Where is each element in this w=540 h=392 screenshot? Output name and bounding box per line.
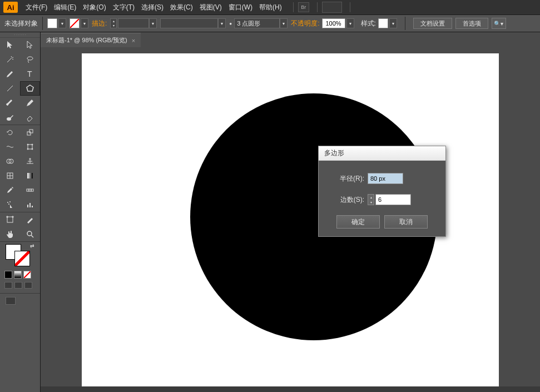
svg-rect-15 [27,173,33,178]
svg-marker-3 [27,85,33,91]
symbol-sprayer-tool[interactable] [0,197,20,212]
direct-selection-tool[interactable] [20,38,40,52]
svg-point-11 [32,148,33,150]
stroke-weight-stepper[interactable]: ▴▾ [110,18,117,28]
color-mode-solid[interactable] [4,271,12,279]
perspective-grid-tool[interactable] [20,154,40,168]
stepper-down-icon[interactable]: ▾ [368,200,374,205]
svg-point-20 [9,201,11,202]
svg-point-0 [27,57,33,60]
mesh-tool[interactable] [0,168,20,183]
menu-type[interactable]: 文字(T) [113,3,135,12]
hand-tool[interactable] [0,227,20,241]
style-label: 样式: [361,19,376,28]
brush-dropdown[interactable]: ▾ [280,18,288,28]
preferences-button[interactable]: 首选项 [455,18,488,29]
stroke-label[interactable]: 描边: [92,19,107,28]
svg-point-26 [27,231,32,236]
pen-tool[interactable] [0,67,20,81]
lasso-tool[interactable] [20,52,40,67]
magic-wand-tool[interactable] [0,52,20,67]
artboard-tool[interactable] [0,212,20,227]
sides-input[interactable] [375,194,411,205]
stroke-swatch[interactable] [70,18,80,28]
document-tab-bar: 未标题-1* @ 98% (RGB/预览) × [41,32,540,48]
eyedropper-tool[interactable] [0,183,20,197]
arrange-documents-button[interactable] [322,2,342,13]
variable-width-profile[interactable] [160,18,218,28]
toolbox-grip[interactable]: · · · · · · [0,32,40,38]
cancel-button[interactable]: 取消 [384,215,428,229]
variable-width-dropdown[interactable]: ▾ [218,18,226,28]
draw-normal[interactable] [4,282,12,289]
rotate-tool[interactable] [0,125,20,140]
draw-inside[interactable] [24,282,32,289]
type-tool[interactable]: T [20,67,40,81]
stepper-up-icon[interactable]: ▴ [368,195,374,200]
fill-swatch[interactable] [47,18,57,28]
svg-point-10 [27,148,28,150]
sides-stepper[interactable]: ▴ ▾ [368,194,374,205]
free-transform-tool[interactable] [20,140,40,154]
style-dropdown[interactable]: ▾ [389,18,397,28]
bridge-icon[interactable]: Br [298,2,309,12]
menu-view[interactable]: 视图(V) [200,3,222,12]
menu-select[interactable]: 选择(S) [141,3,164,12]
document-setup-button[interactable]: 文档设置 [413,18,452,29]
menu-effect[interactable]: 效果(C) [170,3,193,12]
svg-rect-22 [27,205,28,207]
canvas-viewport[interactable] [41,48,540,392]
stroke-color[interactable] [14,251,30,266]
stroke-dropdown[interactable]: ▾ [81,18,88,28]
swap-colors-icon[interactable]: ⇄ [30,243,34,249]
polygon-tool[interactable] [20,81,40,96]
svg-point-9 [32,144,33,145]
svg-point-8 [27,144,28,145]
dialog-title[interactable]: 多边形 [319,146,445,161]
titlebar: Ai 文件(F) 编辑(E) 对象(O) 文字(T) 选择(S) 效果(C) 视… [0,0,540,15]
selection-tool[interactable] [0,38,20,52]
svg-line-2 [7,86,13,91]
slice-tool[interactable] [20,212,40,227]
ok-button[interactable]: 确定 [336,215,380,229]
color-picker[interactable]: ⇄ [0,242,40,270]
color-mode-none[interactable] [23,271,31,279]
stroke-weight-dropdown[interactable]: ▾ [149,18,157,28]
shape-builder-tool[interactable] [0,154,20,168]
align-button[interactable]: 🔍▾ [492,18,506,29]
opacity-input[interactable] [322,18,345,28]
menu-window[interactable]: 窗口(W) [229,3,252,12]
zoom-tool[interactable] [20,227,40,241]
menu-help[interactable]: 帮助(H) [259,3,282,12]
blend-tool[interactable] [20,183,40,197]
scale-tool[interactable] [20,125,40,140]
blob-brush-tool[interactable] [0,110,20,125]
column-graph-tool[interactable] [20,197,40,212]
stroke-weight-field[interactable] [118,18,149,28]
fill-dropdown[interactable]: ▾ [58,18,66,28]
menu-edit[interactable]: 编辑(E) [54,3,76,12]
radius-input[interactable] [368,173,403,184]
document-tab[interactable]: 未标题-1* @ 98% (RGB/预览) × [41,33,141,47]
style-swatch[interactable] [378,18,388,28]
opacity-dropdown[interactable]: ▾ [346,18,354,28]
close-tab-icon[interactable]: × [132,37,135,44]
width-tool[interactable] [0,140,20,154]
pencil-tool[interactable] [20,96,40,110]
bullet-icon: ● [229,21,232,26]
opacity-label[interactable]: 不透明度: [291,19,319,28]
svg-text:T: T [27,70,32,78]
paintbrush-tool[interactable] [0,96,20,110]
line-tool[interactable] [0,81,20,96]
polygon-dialog: 多边形 半径(R): 边数(S): ▴ ▾ 确定 取消 [318,146,446,237]
screen-mode-button[interactable] [6,297,16,305]
svg-rect-23 [29,203,31,207]
eraser-tool[interactable] [20,110,40,125]
gradient-tool[interactable] [20,168,40,183]
menu-object[interactable]: 对象(O) [83,3,106,12]
color-mode-gradient[interactable] [14,271,22,279]
horizontal-scrollbar[interactable] [41,386,540,392]
draw-behind[interactable] [14,282,22,289]
brush-select[interactable]: 3 点圆形 [234,18,280,28]
menu-file[interactable]: 文件(F) [26,3,47,12]
